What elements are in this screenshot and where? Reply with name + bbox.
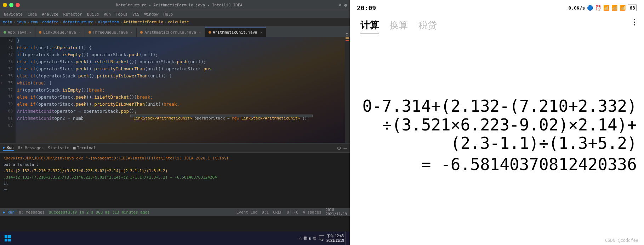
more-options-button[interactable]: ⋮ [631,18,638,27]
breadcrumb-item[interactable]: ArithmeticFormula [124,20,164,24]
close-button[interactable] [16,3,20,7]
status-indent[interactable]: 4 spaces [303,210,321,215]
status-run-button[interactable]: ▶ Run [3,210,15,215]
mobile-footer: CSDN @coddfee [350,237,644,245]
line-num-81: 81 [0,115,16,122]
terminal-tab-statistic[interactable]: Statistic [48,146,69,150]
alarm-icon: ⏰ [595,5,601,11]
tab-arithmeticformula[interactable]: ArithmeticFormula.java ✕ [137,28,205,37]
tab-close-icon[interactable]: ✕ [199,30,201,34]
settings-gear-icon[interactable]: ⚙ [346,31,348,37]
tab-arithmeticunit[interactable]: ArithmeticUnit.java ✕ [205,28,266,37]
terminal-line-3: .314+(2.132-(7.210+2.332)/(3.521*6.223-9… [4,168,346,174]
tab-close-icon[interactable]: ✕ [260,30,262,34]
status-encoding[interactable]: UTF-8 [287,210,298,215]
window-title: DataStructure - ArithmeticFormula.java -… [116,3,243,7]
menu-analyze[interactable]: Analyze [39,11,61,17]
formula-display: 0-7.314+(2.132-(7.210+2.332)÷(3.521×6.22… [350,34,644,237]
taskbar-show-desktop[interactable] [346,232,348,245]
footer-credit: CSDN @coddfee [605,238,638,243]
signal-icon: 📶 [603,5,609,11]
menu-window[interactable]: Window [142,11,161,17]
result-text: = -6.58140370812420336 [421,155,637,174]
svg-rect-1 [8,235,11,238]
terminal-line-1: \DevKits\JDK\JDK8\JDK\bin\java.exe "-jav… [4,155,346,161]
menu-run[interactable]: Run [101,11,113,17]
breadcrumb-sep: › [59,20,62,24]
scroll-marker [346,40,349,41]
tab-close-icon[interactable]: ✕ [79,30,81,34]
minimize-button[interactable] [3,3,7,7]
tab-threequeue[interactable]: ThreeQueue.java ✕ [85,28,137,37]
status-success-text: successfully in 2 s 968 ms (13 minutes a… [49,210,150,215]
settings-icon[interactable]: ⚙ [337,145,341,151]
status-messages[interactable]: 8: Messages [19,210,45,215]
breadcrumb-item[interactable]: calculate [168,20,189,24]
tab-linkqueue[interactable]: LinkQueue.java ✕ [35,28,85,37]
line-numbers: 70 71 72 73 74 ▸75 ▸76 77 78 79 80 81 83 [0,37,16,143]
terminal-line-5: it [4,180,346,187]
tab-label: ArithmeticFormula.java [144,30,196,35]
breadcrumb-item[interactable]: java [17,20,26,24]
taskbar-notification[interactable]: 🗨 [318,234,325,243]
line-num-78: 78 [0,93,16,100]
battery-icon: 63 [628,5,637,11]
code-area: 70 71 72 73 74 ▸75 ▸76 77 78 79 80 81 83… [0,37,350,143]
terminal-panel: ▶ Run 8: Messages Statistic ■ Terminal ⚙… [0,143,350,208]
right-scroll-gutter[interactable] [345,37,350,143]
autocomplete-tooltip[interactable]: LinkStack<ArithmeticUnit> operatorStack … [130,115,313,117]
status-position: 9:1 [262,210,269,215]
search-icon[interactable]: ⌕ [338,2,341,8]
tab-dot [39,31,41,34]
breadcrumb-item[interactable]: algorithm [98,20,119,24]
svg-rect-3 [8,239,11,241]
tab-convert[interactable]: 换算 [389,19,408,34]
bluetooth-icon: 🔵 [587,5,593,11]
terminal-line-2: put a formula : [4,161,346,168]
tooltip-content: operatorStack = [194,116,232,121]
scroll-marker [346,37,349,39]
menu-navigate[interactable]: Navigate [1,11,25,17]
terminal-tab-terminal[interactable]: ■ Terminal [73,146,96,150]
breadcrumb-item[interactable]: datastructure [63,20,93,24]
tab-label: ArithmeticUnit.java [213,30,257,35]
line-num-75: ▸75 [0,72,16,79]
tooltip-type: LinkStack<ArithmeticUnit> [133,116,192,121]
line-num-83: 83 [0,122,16,129]
menu-refactor[interactable]: Refactor [61,11,85,17]
minimize-terminal-icon[interactable]: — [343,145,347,151]
title-bar-left [3,3,20,7]
breadcrumb-sep: › [27,20,30,24]
status-crlf[interactable]: CRLF [273,210,283,215]
menu-help[interactable]: Help [161,11,176,17]
code-line-72: if(operatorStack.isEmpty()) operatorStac… [17,51,343,58]
taskbar-windows-icon[interactable] [2,233,13,244]
breadcrumb-item[interactable]: com [30,20,38,24]
terminal-controls: ⚙ — [337,145,347,151]
terminal-tab-run[interactable]: ▶ Run [3,145,14,151]
tab-tax[interactable]: 税贷 [418,19,437,34]
taskbar-date-time: 下午 12:432021/11/19 [326,234,344,243]
breadcrumb-sep: › [39,20,41,24]
breadcrumb-item[interactable]: coddfee [42,20,58,24]
tab-close-icon[interactable]: ✕ [29,30,32,34]
tab-calculate[interactable]: 计算 [360,19,379,34]
maximize-button[interactable] [9,3,13,7]
tab-dot [4,31,6,34]
settings-icon[interactable]: ⚙ [344,2,347,8]
menu-vcs[interactable]: VCS [130,11,142,17]
breadcrumb-item[interactable]: main [3,20,12,24]
terminal-body: \DevKits\JDK\JDK8\JDK\bin\java.exe "-jav… [0,153,350,208]
menu-tools[interactable]: Tools [113,11,130,17]
code-line-73: else if(operatorStack.peek().isLeftBrack… [17,58,343,65]
code-line-76: while (true) { [17,79,343,86]
menu-code[interactable]: Code [25,11,40,17]
terminal-tab-messages[interactable]: 8: Messages [18,146,44,150]
tab-close-icon[interactable]: ✕ [131,30,133,34]
title-bar-right: ⌕ ⚙ [338,2,347,8]
tab-app-java[interactable]: App.java ✕ [0,28,35,37]
fold-icon[interactable]: ▸ [1,74,2,77]
menu-build[interactable]: Build [85,11,101,17]
fold-icon[interactable]: ▸ [1,81,2,84]
status-event-log[interactable]: Event Log [236,210,258,215]
